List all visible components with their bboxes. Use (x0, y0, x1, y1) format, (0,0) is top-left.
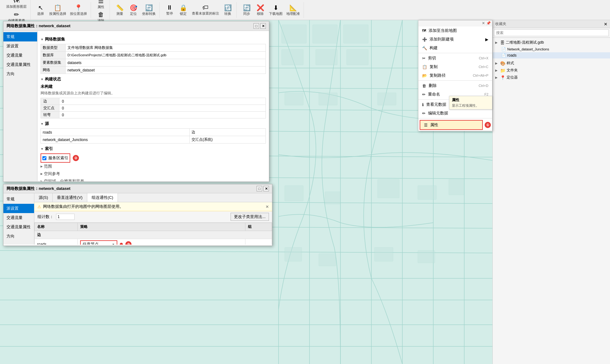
right-panel-header: 收藏夹 ✕ (493, 20, 610, 28)
select-btn[interactable]: ↖ 选择 (34, 3, 47, 17)
cut-shortcut: Ctrl+X (479, 56, 488, 60)
properties-tooltip: 属性 显示工程项属性。 (449, 96, 492, 109)
feature-dataset-val: datasets (66, 59, 266, 66)
svg-rect-31 (285, 93, 303, 105)
lock-btn[interactable]: 🔒 锁定 (177, 3, 189, 17)
tree-item-roads[interactable]: 📄 roads (493, 52, 610, 58)
remove-btn[interactable]: ❌ 移除 (254, 3, 266, 17)
tree-item-junctions[interactable]: 📄 Network_dataset_Junctions (493, 46, 610, 52)
add-map-icon: 🗺 (422, 28, 426, 33)
network-info-table: 数据类型 文件地理数据库 网络数据集 数据库 D:\GeoScene\Proje… (41, 44, 266, 74)
context-menu-pin[interactable]: 📌 (486, 21, 491, 25)
policy-dropdown[interactable]: 任意节点 ▼ (80, 240, 117, 245)
copy-label: 复制 (430, 64, 438, 70)
menu-add-to-map[interactable]: 🗺 添加至当前地图 (418, 26, 492, 35)
delete-shortcut: Ctrl+D (479, 84, 488, 88)
dialog-minimize-btn[interactable]: □ (253, 23, 259, 29)
coord-convert-btn[interactable]: 🔄 坐标转换 (141, 3, 157, 17)
group-count-label: 组计数： (37, 214, 54, 220)
georef-btn[interactable]: 📐 地理配准 (285, 3, 301, 17)
tab-group[interactable]: 组连通性(C) (87, 193, 118, 202)
extent-row[interactable]: 范围 (41, 163, 266, 170)
bottom-sidebar-general[interactable]: 常规 (3, 195, 34, 204)
menu-edit-meta[interactable]: ✏ 编辑元数据 (418, 109, 492, 118)
warning-close-btn[interactable]: ✕ (266, 204, 269, 209)
view-unplaced-btn[interactable]: 🏷 查看未放置的标注 (191, 3, 220, 17)
menu-add-to-new[interactable]: ➕ 添加到新建项 ▶ (418, 35, 492, 44)
service-index-checkbox[interactable] (42, 156, 46, 160)
tree-item-styles[interactable]: ▶ 🎨 样式 (493, 60, 610, 67)
svg-rect-28 (282, 49, 303, 65)
tree-item-locators[interactable]: ▶ 📍 定位器 (493, 74, 610, 81)
network-section-title: 网络数据集 (45, 36, 65, 42)
tab-source-label: 源(S) (39, 195, 48, 200)
top-dialog-sidebar: 常规 派设置 交通流量 交通流量属性 方向 (3, 31, 37, 181)
change-method-btn[interactable]: 更改子类里用法... (231, 213, 269, 221)
menu-divider-1 (418, 53, 492, 53)
select-by-attribute-btn[interactable]: 📋 按属性选择 (48, 3, 67, 17)
sync-icon: 🔄 (243, 4, 251, 11)
table-row: network_dataset_Junctions 交汇点(系统) (41, 136, 266, 143)
connectivity-table: 名称 策略 组 边 roads (34, 223, 272, 245)
edge-key: 边 (41, 98, 59, 105)
menu-copy-path[interactable]: 📂 复制路径 Ctrl+Alt+P (418, 71, 492, 80)
properties-btn[interactable]: ☰ 属性 (95, 0, 107, 10)
pause-btn[interactable]: ⏸ 暂停 (163, 3, 176, 17)
convert-btn[interactable]: 🔃 转换 (222, 3, 234, 17)
props-label: 属性 (430, 122, 438, 128)
unplaced-label: 查看未放置的标注 (192, 11, 219, 16)
measure-btn[interactable]: 📏 测量 (114, 3, 126, 17)
rename-icon: ✏ (422, 92, 426, 97)
menu-properties[interactable]: ☰ 属性 (420, 120, 483, 130)
bottom-sidebar-sources[interactable]: 派设置 (3, 204, 34, 213)
table-row: 边 0 (41, 98, 266, 105)
build-label: 构建 (430, 45, 438, 51)
group-count-input[interactable] (56, 214, 75, 220)
bottom-dialog-close[interactable]: ✕ (263, 186, 269, 191)
unplaced-icon: 🏷 (202, 4, 209, 11)
warning-text: 网络数据集由打开的地图中的网络图层使用。 (43, 204, 123, 209)
build-status: 未构建 (41, 84, 266, 89)
sync-btn[interactable]: 🔄 同步 (240, 3, 253, 17)
menu-copy[interactable]: 📋 复制 Ctrl+C (418, 62, 492, 71)
spatial-ref-row[interactable]: 空间参考 (41, 170, 266, 178)
menu-build[interactable]: 🔨 构建 (418, 44, 492, 52)
download-label: 下载地图 (269, 11, 283, 16)
sidebar-sources-label: 派设置 (6, 44, 19, 48)
menu-delete[interactable]: 🗑 删除 Ctrl+D (418, 81, 492, 90)
add-graphic-layer-btn[interactable]: 🗺 添加图形图层 (5, 0, 28, 10)
service-index-box: 服务区索引 (41, 153, 70, 163)
download-map-btn[interactable]: ⬇ 下载地图 (268, 3, 284, 17)
sidebar-traffic-attrs-label: 交通流量属性 (6, 62, 31, 67)
tree-item-gdb[interactable]: ▶ 🗄 二维地图-流程测试.gdb (493, 39, 610, 46)
tab-source[interactable]: 源(S) (34, 193, 53, 202)
dialog-close-btn[interactable]: ✕ (260, 23, 266, 29)
bottom-dialog-minimize[interactable]: □ (257, 186, 262, 191)
tolerance-row[interactable]: 空间域、分辨率和容差 (41, 178, 266, 181)
right-panel-search[interactable] (494, 29, 609, 36)
sidebar-directions[interactable]: 方向 (3, 69, 37, 79)
panel-minimize-icon[interactable]: ✕ (604, 22, 608, 27)
tree-item-folders[interactable]: ▶ 📁 文件夹 (493, 67, 610, 74)
bottom-sidebar-directions[interactable]: 方向 (3, 232, 34, 241)
sidebar-sources[interactable]: 派设置 (3, 41, 37, 51)
bottom-sidebar-traffic[interactable]: 交通流量 (3, 213, 34, 222)
pause-label: 暂停 (166, 11, 173, 16)
bottom-sidebar-traffic-attrs[interactable]: 交通流量属性 (3, 222, 34, 232)
select-by-location-btn[interactable]: 📍 按位置选择 (69, 3, 88, 17)
roads-icon: 📄 (501, 53, 506, 58)
sidebar-traffic-attrs[interactable]: 交通流量属性 (3, 60, 37, 69)
bottom-sidebar-traffic-attrs-label: 交通流量属性 (6, 225, 31, 229)
tab-vertical[interactable]: 垂直连通性(V) (53, 193, 87, 202)
styles-label: 样式 (507, 61, 514, 66)
turn-key: 转弯 (41, 112, 59, 118)
sidebar-general[interactable]: 常规 (3, 32, 37, 41)
roads-policy-cell: 任意节点 ▼ ③ (78, 239, 245, 245)
sidebar-traffic[interactable]: 交通流量 (3, 51, 37, 60)
toolbar-group-measure: 📏 测量 🎯 定位 🔄 坐标转换 (111, 2, 160, 18)
context-menu-close[interactable]: ✕ (482, 21, 485, 25)
menu-cut[interactable]: ✂ 剪切 Ctrl+X (418, 54, 492, 62)
locate-icon: 🎯 (130, 4, 137, 11)
locate-btn[interactable]: 🎯 定位 (127, 3, 140, 17)
table-header-row: 名称 策略 组 (35, 223, 272, 231)
